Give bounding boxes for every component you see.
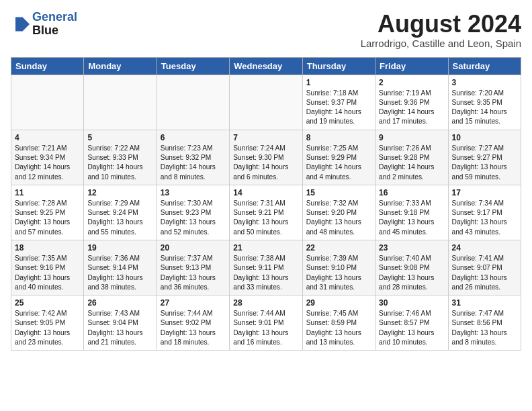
day-number: 1 (306, 78, 371, 87)
calendar-cell: 7Sunrise: 7:24 AM Sunset: 9:30 PM Daylig… (230, 130, 302, 185)
calendar-cell: 23Sunrise: 7:40 AM Sunset: 9:08 PM Dayli… (375, 240, 448, 295)
day-number: 11 (15, 188, 80, 197)
day-info: Sunrise: 7:41 AM Sunset: 9:07 PM Dayligh… (452, 254, 517, 292)
logo-icon (11, 15, 30, 34)
day-number: 9 (379, 133, 444, 142)
calendar-week-row: 1Sunrise: 7:18 AM Sunset: 9:37 PM Daylig… (11, 75, 521, 130)
day-info: Sunrise: 7:43 AM Sunset: 9:04 PM Dayligh… (87, 309, 152, 347)
day-info: Sunrise: 7:24 AM Sunset: 9:30 PM Dayligh… (233, 144, 298, 182)
day-number: 28 (233, 298, 298, 308)
day-info: Sunrise: 7:44 AM Sunset: 9:01 PM Dayligh… (233, 309, 298, 347)
calendar-cell: 9Sunrise: 7:26 AM Sunset: 9:28 PM Daylig… (375, 130, 448, 185)
day-info: Sunrise: 7:40 AM Sunset: 9:08 PM Dayligh… (379, 254, 444, 292)
calendar-cell: 27Sunrise: 7:44 AM Sunset: 9:02 PM Dayli… (157, 295, 229, 351)
day-info: Sunrise: 7:46 AM Sunset: 8:57 PM Dayligh… (379, 309, 444, 347)
weekday-header: Monday (84, 57, 157, 75)
day-info: Sunrise: 7:33 AM Sunset: 9:18 PM Dayligh… (379, 199, 444, 237)
day-info: Sunrise: 7:44 AM Sunset: 9:02 PM Dayligh… (161, 309, 226, 347)
calendar-cell: 17Sunrise: 7:34 AM Sunset: 9:17 PM Dayli… (448, 185, 521, 240)
day-number: 19 (87, 243, 152, 253)
calendar-cell: 26Sunrise: 7:43 AM Sunset: 9:04 PM Dayli… (84, 295, 157, 351)
calendar-cell: 5Sunrise: 7:22 AM Sunset: 9:33 PM Daylig… (84, 130, 157, 185)
day-info: Sunrise: 7:31 AM Sunset: 9:21 PM Dayligh… (233, 199, 298, 237)
day-number: 4 (15, 133, 80, 142)
weekday-header-row: SundayMondayTuesdayWednesdayThursdayFrid… (11, 57, 521, 75)
weekday-header: Friday (375, 57, 448, 75)
calendar-cell: 19Sunrise: 7:36 AM Sunset: 9:14 PM Dayli… (84, 240, 157, 295)
day-number: 7 (233, 133, 298, 142)
day-number: 13 (161, 188, 226, 197)
day-number: 21 (233, 243, 298, 253)
day-number: 20 (161, 243, 226, 253)
day-number: 10 (452, 133, 517, 142)
calendar-cell: 10Sunrise: 7:27 AM Sunset: 9:27 PM Dayli… (448, 130, 521, 185)
svg-marker-0 (15, 17, 30, 31)
day-info: Sunrise: 7:29 AM Sunset: 9:24 PM Dayligh… (87, 199, 152, 237)
day-info: Sunrise: 7:27 AM Sunset: 9:27 PM Dayligh… (452, 144, 517, 182)
day-info: Sunrise: 7:45 AM Sunset: 8:59 PM Dayligh… (306, 309, 371, 347)
month-year: August 2024 (361, 11, 521, 38)
day-number: 8 (306, 133, 371, 142)
day-number: 6 (161, 133, 226, 142)
day-info: Sunrise: 7:42 AM Sunset: 9:05 PM Dayligh… (15, 309, 80, 347)
calendar-cell: 31Sunrise: 7:47 AM Sunset: 8:56 PM Dayli… (448, 295, 521, 351)
calendar-cell: 2Sunrise: 7:19 AM Sunset: 9:36 PM Daylig… (375, 75, 448, 130)
calendar-cell (230, 75, 302, 130)
calendar-cell: 25Sunrise: 7:42 AM Sunset: 9:05 PM Dayli… (11, 295, 84, 351)
day-info: Sunrise: 7:34 AM Sunset: 9:17 PM Dayligh… (452, 199, 517, 237)
logo-text: General Blue (32, 11, 77, 38)
calendar-cell (157, 75, 229, 130)
day-number: 2 (379, 78, 444, 87)
calendar-cell: 8Sunrise: 7:25 AM Sunset: 9:29 PM Daylig… (302, 130, 375, 185)
day-info: Sunrise: 7:20 AM Sunset: 9:35 PM Dayligh… (452, 89, 517, 127)
calendar-cell: 15Sunrise: 7:32 AM Sunset: 9:20 PM Dayli… (302, 185, 375, 240)
calendar-cell: 12Sunrise: 7:29 AM Sunset: 9:24 PM Dayli… (84, 185, 157, 240)
logo: General Blue (11, 11, 77, 38)
calendar-cell: 13Sunrise: 7:30 AM Sunset: 9:23 PM Dayli… (157, 185, 229, 240)
weekday-header: Tuesday (157, 57, 229, 75)
calendar-cell: 4Sunrise: 7:21 AM Sunset: 9:34 PM Daylig… (11, 130, 84, 185)
day-info: Sunrise: 7:38 AM Sunset: 9:11 PM Dayligh… (233, 254, 298, 292)
day-info: Sunrise: 7:23 AM Sunset: 9:32 PM Dayligh… (161, 144, 226, 182)
day-info: Sunrise: 7:32 AM Sunset: 9:20 PM Dayligh… (306, 199, 371, 237)
day-info: Sunrise: 7:21 AM Sunset: 9:34 PM Dayligh… (15, 144, 80, 182)
calendar-cell: 29Sunrise: 7:45 AM Sunset: 8:59 PM Dayli… (302, 295, 375, 351)
day-number: 26 (87, 298, 152, 308)
day-info: Sunrise: 7:30 AM Sunset: 9:23 PM Dayligh… (161, 199, 226, 237)
day-info: Sunrise: 7:47 AM Sunset: 8:56 PM Dayligh… (452, 309, 517, 347)
day-number: 22 (306, 243, 371, 253)
calendar-cell: 28Sunrise: 7:44 AM Sunset: 9:01 PM Dayli… (230, 295, 302, 351)
calendar-cell: 1Sunrise: 7:18 AM Sunset: 9:37 PM Daylig… (302, 75, 375, 130)
calendar-cell: 16Sunrise: 7:33 AM Sunset: 9:18 PM Dayli… (375, 185, 448, 240)
calendar-cell (84, 75, 157, 130)
day-info: Sunrise: 7:26 AM Sunset: 9:28 PM Dayligh… (379, 144, 444, 182)
calendar-cell: 20Sunrise: 7:37 AM Sunset: 9:13 PM Dayli… (157, 240, 229, 295)
day-number: 27 (161, 298, 226, 308)
calendar-cell: 11Sunrise: 7:28 AM Sunset: 9:25 PM Dayli… (11, 185, 84, 240)
day-info: Sunrise: 7:19 AM Sunset: 9:36 PM Dayligh… (379, 89, 444, 127)
calendar-cell: 3Sunrise: 7:20 AM Sunset: 9:35 PM Daylig… (448, 75, 521, 130)
weekday-header: Saturday (448, 57, 521, 75)
weekday-header: Thursday (302, 57, 375, 75)
day-info: Sunrise: 7:39 AM Sunset: 9:10 PM Dayligh… (306, 254, 371, 292)
day-number: 24 (452, 243, 517, 253)
day-number: 15 (306, 188, 371, 197)
day-info: Sunrise: 7:28 AM Sunset: 9:25 PM Dayligh… (15, 199, 80, 237)
weekday-header: Wednesday (230, 57, 302, 75)
day-number: 5 (87, 133, 152, 142)
calendar-week-row: 18Sunrise: 7:35 AM Sunset: 9:16 PM Dayli… (11, 240, 521, 295)
title-section: August 2024 Larrodrigo, Castille and Leo… (361, 11, 521, 49)
day-number: 25 (15, 298, 80, 308)
day-info: Sunrise: 7:36 AM Sunset: 9:14 PM Dayligh… (87, 254, 152, 292)
calendar-week-row: 11Sunrise: 7:28 AM Sunset: 9:25 PM Dayli… (11, 185, 521, 240)
calendar-table: SundayMondayTuesdayWednesdayThursdayFrid… (11, 57, 521, 351)
calendar-cell: 24Sunrise: 7:41 AM Sunset: 9:07 PM Dayli… (448, 240, 521, 295)
day-info: Sunrise: 7:37 AM Sunset: 9:13 PM Dayligh… (161, 254, 226, 292)
day-number: 3 (452, 78, 517, 87)
calendar-cell: 22Sunrise: 7:39 AM Sunset: 9:10 PM Dayli… (302, 240, 375, 295)
day-number: 18 (15, 243, 80, 253)
page-header: General Blue August 2024 Larrodrigo, Cas… (11, 11, 521, 49)
calendar-cell: 14Sunrise: 7:31 AM Sunset: 9:21 PM Dayli… (230, 185, 302, 240)
day-number: 31 (452, 298, 517, 308)
calendar-week-row: 25Sunrise: 7:42 AM Sunset: 9:05 PM Dayli… (11, 295, 521, 351)
